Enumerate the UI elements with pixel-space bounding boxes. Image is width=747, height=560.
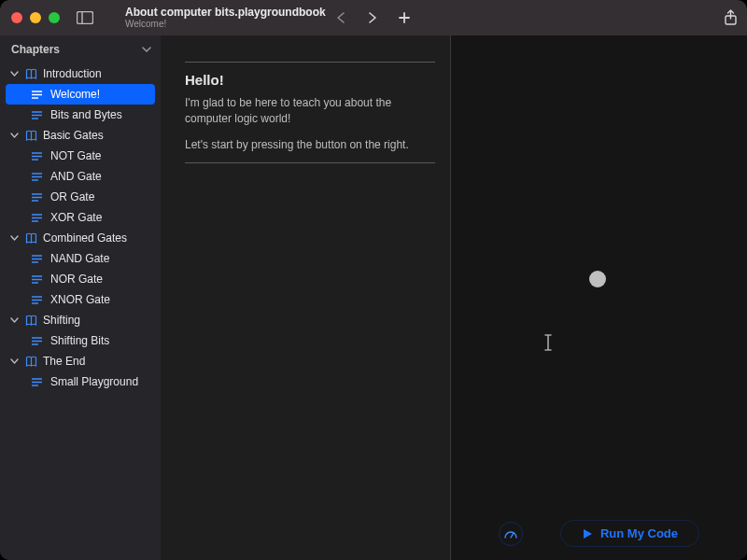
chevron-down-icon xyxy=(9,234,19,242)
live-view-pane: Run My Code xyxy=(451,35,747,560)
back-button[interactable] xyxy=(336,12,346,23)
page-row[interactable]: Welcome! xyxy=(6,84,155,105)
chapter-label: The End xyxy=(43,355,85,368)
document-subtitle: Welcome! xyxy=(125,19,326,29)
page-label: NAND Gate xyxy=(50,252,109,265)
page-label: XNOR Gate xyxy=(50,293,110,306)
minimize-window-button[interactable] xyxy=(30,12,41,23)
share-button[interactable] xyxy=(724,9,738,26)
title-block: About computer bits.playgroundbook Welco… xyxy=(125,7,326,29)
run-toolbar: Run My Code xyxy=(451,520,747,547)
svg-rect-0 xyxy=(78,12,93,24)
chapter-row[interactable]: The End xyxy=(0,351,161,371)
add-page-button[interactable] xyxy=(398,11,411,24)
page-label: Bits and Bytes xyxy=(50,108,122,121)
book-icon xyxy=(24,130,37,142)
run-code-label: Run My Code xyxy=(600,526,678,540)
document-title: About computer bits.playgroundbook xyxy=(125,7,326,19)
main-area: Hello! I'm glad to be here to teach you … xyxy=(161,35,747,560)
live-view-node[interactable] xyxy=(589,271,606,287)
sidebar-heading: Chapters xyxy=(11,43,60,56)
book-icon xyxy=(24,68,37,80)
chapter-row[interactable]: Basic Gates xyxy=(0,125,161,146)
chevron-down-icon xyxy=(9,132,19,139)
chapter-row[interactable]: Introduction xyxy=(0,63,161,84)
content-paragraph: Let's start by pressing the button on th… xyxy=(185,137,435,153)
divider xyxy=(185,162,435,163)
execution-speed-button[interactable] xyxy=(499,522,523,546)
chapter-label: Shifting xyxy=(43,314,80,327)
chapter-row[interactable]: Combined Gates xyxy=(0,228,161,248)
chapter-label: Introduction xyxy=(43,67,102,80)
forward-button[interactable] xyxy=(367,12,377,23)
chevron-down-icon xyxy=(9,316,19,324)
book-icon xyxy=(24,356,37,368)
sidebar-toggle-button[interactable] xyxy=(77,11,93,24)
page-icon xyxy=(30,192,43,203)
chevron-down-icon xyxy=(9,357,19,365)
page-icon xyxy=(30,336,43,346)
page-row[interactable]: NOT Gate xyxy=(0,146,161,166)
chapter-label: Basic Gates xyxy=(43,129,104,142)
titlebar: About computer bits.playgroundbook Welco… xyxy=(0,0,747,35)
content-heading: Hello! xyxy=(185,72,435,88)
divider xyxy=(185,62,435,63)
page-icon xyxy=(30,377,43,387)
app-window: About computer bits.playgroundbook Welco… xyxy=(0,0,747,560)
page-label: AND Gate xyxy=(50,170,102,183)
page-icon xyxy=(30,110,43,120)
chapter-label: Combined Gates xyxy=(43,231,127,245)
page-label: OR Gate xyxy=(50,190,94,203)
toolbar-center xyxy=(336,11,411,24)
page-icon xyxy=(30,274,43,285)
sidebar: Chapters IntroductionWelcome!Bits and By… xyxy=(0,35,161,560)
editor-pane[interactable]: Hello! I'm glad to be here to teach you … xyxy=(161,35,450,560)
page-label: Shifting Bits xyxy=(50,334,109,347)
page-icon xyxy=(30,90,43,100)
page-row[interactable]: Small Playground xyxy=(0,371,161,392)
zoom-window-button[interactable] xyxy=(49,12,60,23)
svg-line-41 xyxy=(511,533,514,538)
gauge-icon xyxy=(503,526,518,541)
run-code-button[interactable]: Run My Code xyxy=(560,520,699,547)
page-row[interactable]: Bits and Bytes xyxy=(0,105,161,125)
page-label: NOR Gate xyxy=(50,273,103,286)
chapter-row[interactable]: Shifting xyxy=(0,310,161,330)
book-icon xyxy=(24,315,37,327)
page-icon xyxy=(30,254,43,264)
page-row[interactable]: XNOR Gate xyxy=(0,289,161,310)
page-row[interactable]: NOR Gate xyxy=(0,269,161,289)
page-row[interactable]: AND Gate xyxy=(0,166,161,187)
page-row[interactable]: XOR Gate xyxy=(0,207,161,228)
page-icon xyxy=(30,172,43,182)
window-controls xyxy=(11,12,60,23)
chevron-down-icon xyxy=(9,70,19,77)
page-icon xyxy=(30,151,43,161)
page-label: Welcome! xyxy=(50,88,100,101)
page-label: Small Playground xyxy=(50,375,138,388)
page-row[interactable]: NAND Gate xyxy=(0,248,161,269)
close-window-button[interactable] xyxy=(11,12,22,23)
content-paragraph: I'm glad to be here to teach you about t… xyxy=(185,95,435,128)
page-icon xyxy=(30,295,43,305)
page-row[interactable]: Shifting Bits xyxy=(0,330,161,351)
chapter-tree: IntroductionWelcome!Bits and BytesBasic … xyxy=(0,62,161,399)
page-row[interactable]: OR Gate xyxy=(0,187,161,207)
sidebar-header[interactable]: Chapters xyxy=(0,35,161,62)
book-icon xyxy=(24,232,37,245)
page-icon xyxy=(30,213,43,223)
chevron-down-icon xyxy=(142,46,151,53)
page-label: NOT Gate xyxy=(50,149,101,162)
play-icon xyxy=(582,528,593,539)
page-label: XOR Gate xyxy=(50,211,102,224)
